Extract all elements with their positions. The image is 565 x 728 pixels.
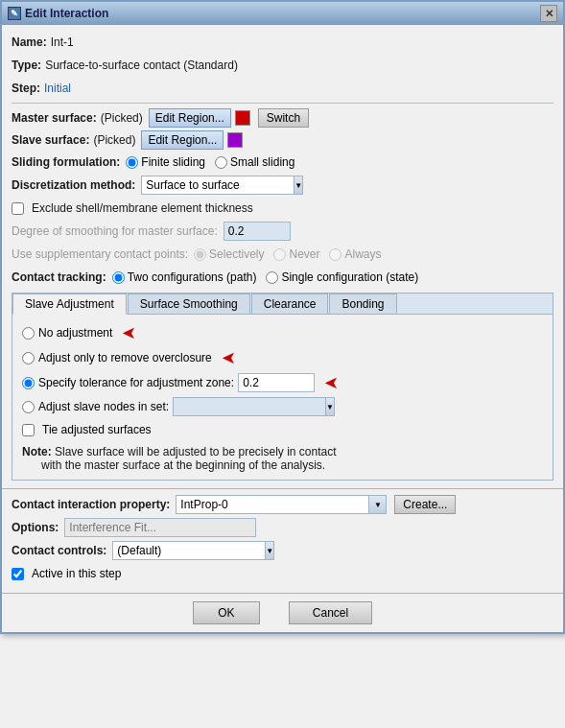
specify-tolerance-input[interactable] — [238, 373, 315, 392]
tab-slave-adjustment[interactable]: Slave Adjustment — [12, 294, 127, 315]
smoothing-label: Degree of smoothing for master surface: — [12, 224, 218, 238]
tab-slave-adjustment-content: No adjustment ➤ Adjust only to remove ov… — [12, 314, 553, 480]
discretization-input[interactable] — [141, 176, 294, 195]
bottom-section: Contact interaction property: ▼ Create..… — [2, 488, 563, 593]
exclude-shell-row: Exclude shell/membrane element thickness — [12, 199, 553, 218]
supplementary-always-option[interactable]: Always — [329, 247, 381, 261]
note-text: Slave surface will be adjusted to be pre… — [22, 445, 337, 472]
edit-interaction-window: ✎ Edit Interaction ✕ Name: Int-1 Type: S… — [0, 0, 565, 634]
window-icon: ✎ — [8, 7, 21, 20]
options-input[interactable] — [64, 518, 256, 537]
slave-picked-label: (Picked) — [93, 133, 135, 147]
tracking-single-radio[interactable] — [266, 271, 278, 284]
master-surface-row: Master surface: (Picked) Edit Region... … — [12, 108, 553, 128]
options-label: Options: — [12, 521, 59, 534]
tracking-two-label: Two configurations (path) — [128, 270, 257, 284]
discretization-row: Discretization method: ▼ — [12, 176, 553, 195]
master-surface-label: Master surface: — [12, 111, 97, 125]
tie-surfaces-row: Tie adjusted surfaces — [22, 420, 543, 439]
supplementary-always-label: Always — [344, 247, 381, 261]
sliding-finite-radio[interactable] — [126, 156, 138, 169]
master-color-swatch — [235, 110, 250, 126]
contact-property-label: Contact interaction property: — [12, 498, 170, 511]
supplementary-never-radio[interactable] — [273, 248, 286, 261]
arrow-adjust-only: ➤ — [222, 347, 236, 368]
tracking-single-option[interactable]: Single configuration (state) — [266, 270, 418, 284]
tabs-header: Slave Adjustment Surface Smoothing Clear… — [12, 294, 553, 314]
step-row: Step: Initial — [12, 79, 553, 98]
adjust-slave-input[interactable] — [173, 397, 326, 416]
supplementary-selectively-option[interactable]: Selectively — [194, 247, 264, 261]
tracking-label: Contact tracking: — [12, 270, 106, 284]
cancel-button[interactable]: Cancel — [289, 601, 372, 624]
sliding-finite-option[interactable]: Finite sliding — [126, 155, 205, 169]
contact-property-input[interactable] — [176, 495, 369, 514]
tab-clearance[interactable]: Clearance — [251, 294, 329, 314]
specify-tolerance-label: Specify tolerance for adjustment zone: — [38, 376, 234, 389]
create-button[interactable]: Create... — [394, 495, 456, 514]
slave-surface-label: Slave surface: — [12, 133, 89, 147]
tie-surfaces-checkbox[interactable] — [22, 424, 35, 436]
supplementary-label: Use supplementary contact points: — [12, 247, 188, 261]
tabs-container: Slave Adjustment Surface Smoothing Clear… — [12, 293, 553, 481]
type-label: Type: — [12, 59, 41, 72]
window-title: Edit Interaction — [25, 7, 108, 20]
contact-controls-row: Contact controls: ▼ — [12, 541, 553, 560]
contact-controls-dropdown-arrow[interactable]: ▼ — [266, 541, 274, 560]
step-value: Initial — [44, 82, 71, 95]
arrow-no-adjustment: ➤ — [122, 322, 136, 343]
slave-color-swatch — [227, 132, 243, 148]
ok-button[interactable]: OK — [193, 601, 260, 624]
tracking-two-radio[interactable] — [112, 271, 125, 284]
no-adjustment-row: No adjustment ➤ — [22, 322, 543, 343]
discretization-dropdown-arrow[interactable]: ▼ — [294, 176, 303, 195]
contact-property-dropdown-arrow[interactable]: ▼ — [369, 495, 387, 514]
no-adjustment-radio[interactable] — [22, 327, 35, 340]
arrow-specify-tolerance: ➤ — [324, 372, 339, 393]
adjust-slave-row: Adjust slave nodes in set: ▼ — [22, 397, 543, 416]
title-bar: ✎ Edit Interaction ✕ — [2, 2, 563, 25]
specify-tolerance-radio[interactable] — [22, 377, 35, 389]
tie-surfaces-label: Tie adjusted surfaces — [42, 423, 152, 436]
active-step-row: Active in this step — [12, 564, 553, 583]
active-step-checkbox[interactable] — [12, 568, 24, 580]
sliding-small-radio[interactable] — [215, 156, 227, 169]
type-row: Type: Surface-to-surface contact (Standa… — [12, 56, 553, 75]
tab-bonding[interactable]: Bonding — [329, 294, 396, 314]
supplementary-selectively-label: Selectively — [209, 247, 264, 261]
supplementary-never-label: Never — [289, 247, 319, 261]
options-row: Options: — [12, 518, 553, 537]
switch-button[interactable]: Switch — [258, 108, 309, 128]
type-value: Surface-to-surface contact (Standard) — [45, 59, 238, 72]
no-adjustment-label: No adjustment — [38, 326, 112, 340]
discretization-label: Discretization method: — [12, 178, 135, 192]
ok-cancel-bar: OK Cancel — [2, 593, 563, 632]
name-value: Int-1 — [51, 35, 74, 49]
main-content: Name: Int-1 Type: Surface-to-surface con… — [2, 25, 563, 488]
contact-controls-input[interactable] — [112, 541, 266, 560]
supplementary-always-radio[interactable] — [329, 248, 341, 261]
name-label: Name: — [12, 35, 47, 49]
exclude-shell-checkbox[interactable] — [12, 202, 24, 215]
sliding-small-option[interactable]: Small sliding — [215, 155, 294, 169]
close-button[interactable]: ✕ — [540, 5, 557, 22]
supplementary-never-option[interactable]: Never — [273, 247, 319, 261]
tab-surface-smoothing[interactable]: Surface Smoothing — [128, 294, 250, 314]
contact-property-row: Contact interaction property: ▼ Create..… — [12, 495, 553, 514]
slave-surface-row: Slave surface: (Picked) Edit Region... — [12, 130, 553, 150]
tracking-two-option[interactable]: Two configurations (path) — [112, 270, 257, 284]
slave-edit-button[interactable]: Edit Region... — [141, 130, 224, 150]
adjust-only-label: Adjust only to remove overclosure — [38, 351, 212, 364]
adjust-slave-radio[interactable] — [22, 401, 35, 413]
sliding-finite-label: Finite sliding — [141, 155, 205, 169]
sliding-small-label: Small sliding — [230, 155, 294, 169]
supplementary-selectively-radio[interactable] — [194, 248, 206, 261]
adjust-only-radio[interactable] — [22, 352, 35, 364]
specify-tolerance-row: Specify tolerance for adjustment zone: ➤ — [22, 372, 543, 393]
smoothing-input[interactable] — [224, 222, 291, 241]
master-picked-label: (Picked) — [101, 111, 143, 125]
master-edit-button[interactable]: Edit Region... — [149, 108, 231, 128]
contact-controls-label: Contact controls: — [12, 544, 106, 557]
title-bar-left: ✎ Edit Interaction — [8, 7, 108, 20]
adjust-slave-dropdown-arrow[interactable]: ▼ — [326, 397, 335, 416]
